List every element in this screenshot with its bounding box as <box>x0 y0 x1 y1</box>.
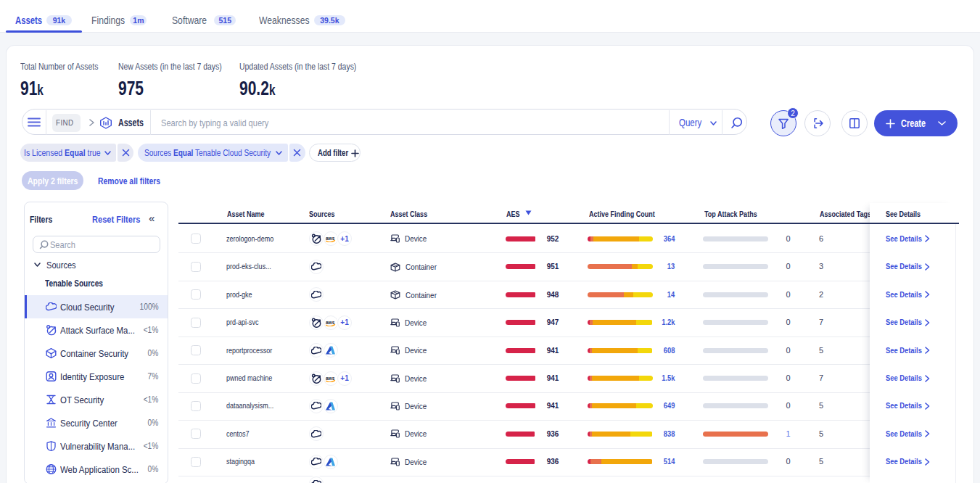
svg-text:aws: aws <box>326 375 335 380</box>
svg-text:aws: aws <box>326 236 335 241</box>
svg-text:aws: aws <box>326 319 335 324</box>
